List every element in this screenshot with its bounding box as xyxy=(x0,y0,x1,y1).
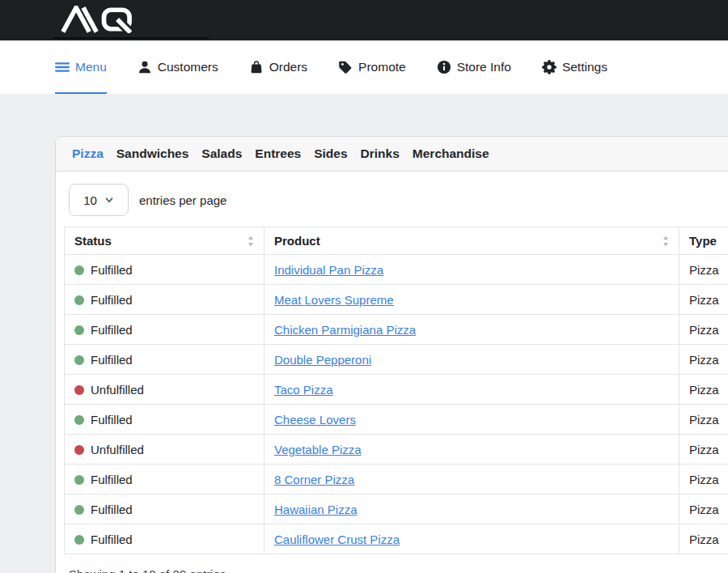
nav-item-label: Orders xyxy=(269,60,307,74)
menu-card: PizzaSandwichesSaladsEntreesSidesDrinksM… xyxy=(55,136,728,573)
nav-item-settings[interactable]: Settings xyxy=(542,40,607,94)
product-cell: Individual Pan Pizza xyxy=(265,255,679,285)
person-icon xyxy=(138,60,152,74)
column-header-type: Type xyxy=(679,227,728,255)
product-link[interactable]: Taco Pizza xyxy=(274,383,333,397)
type-cell: Pizza xyxy=(679,405,728,435)
type-cell: Pizza xyxy=(679,435,728,465)
status-dot xyxy=(74,265,84,275)
table-row: FulfilledDouble PepperoniPizza xyxy=(65,345,728,375)
product-cell: Chicken Parmigiana Pizza xyxy=(265,315,679,345)
table-row: UnfulfilledVegetable PizzaPizza xyxy=(65,435,728,465)
type-cell: Pizza xyxy=(679,465,728,494)
status-label: Fulfilled xyxy=(91,503,133,516)
status-label: Unfulfilled xyxy=(91,383,144,397)
status-label: Unfulfilled xyxy=(91,443,144,456)
category-tabs: PizzaSandwichesSaladsEntreesSidesDrinksM… xyxy=(56,137,728,172)
products-table: StatusProductType FulfilledIndividual Pa… xyxy=(64,227,728,554)
status-dot xyxy=(74,325,84,335)
status-cell: Fulfilled xyxy=(65,255,265,285)
status-dot xyxy=(74,385,84,395)
nav-item-label: Customers xyxy=(158,60,218,74)
product-cell: Cheese Lovers xyxy=(265,405,679,435)
product-link[interactable]: Vegetable Pizza xyxy=(274,443,362,456)
nav-item-label: Settings xyxy=(562,60,607,74)
product-cell: Taco Pizza xyxy=(265,375,679,405)
tab-entrees[interactable]: Entrees xyxy=(255,146,301,161)
status-cell: Fulfilled xyxy=(65,465,265,494)
column-header-product[interactable]: Product xyxy=(265,227,679,255)
table-row: FulfilledCauliflower Crust PizzaPizza xyxy=(65,524,728,554)
tab-salads[interactable]: Salads xyxy=(201,146,242,161)
nav-item-promote[interactable]: Promote xyxy=(338,40,406,94)
status-dot xyxy=(74,535,84,545)
table-row: FulfilledCheese LoversPizza xyxy=(65,405,728,435)
product-cell: Double Pepperoni xyxy=(265,345,679,375)
type-cell: Pizza xyxy=(679,255,728,285)
column-header-status[interactable]: Status xyxy=(65,227,265,255)
status-dot xyxy=(74,475,84,485)
type-cell: Pizza xyxy=(679,345,728,375)
product-link[interactable]: Chicken Parmigiana Pizza xyxy=(274,323,416,337)
nav-item-menu[interactable]: Menu xyxy=(55,40,107,94)
status-label: Fulfilled xyxy=(91,323,133,337)
tag-icon xyxy=(338,60,353,74)
product-cell: Hawaiian Pizza xyxy=(265,494,679,524)
logo-underline xyxy=(53,37,209,39)
tab-merchandise[interactable]: Merchandise xyxy=(413,146,489,161)
product-link[interactable]: Hawaiian Pizza xyxy=(274,503,358,516)
tab-sandwiches[interactable]: Sandwiches xyxy=(116,146,189,161)
product-link[interactable]: Cauliflower Crust Pizza xyxy=(274,533,400,546)
status-label: Fulfilled xyxy=(91,353,133,367)
nav-item-store-info[interactable]: Store Info xyxy=(437,40,511,94)
entries-per-page-row: 10 entries per page xyxy=(69,184,728,216)
status-label: Fulfilled xyxy=(91,533,133,546)
product-link[interactable]: Individual Pan Pizza xyxy=(274,263,383,277)
product-link[interactable]: Meat Lovers Supreme xyxy=(274,293,394,307)
hamburger-icon xyxy=(55,60,70,74)
product-cell: Vegetable Pizza xyxy=(265,435,679,465)
type-cell: Pizza xyxy=(679,315,728,345)
status-cell: Fulfilled xyxy=(65,405,265,435)
status-dot xyxy=(74,355,84,365)
card-body: 10 entries per page StatusProductType Fu… xyxy=(56,172,728,573)
status-dot xyxy=(74,505,84,515)
status-label: Fulfilled xyxy=(91,263,133,277)
page-size-select[interactable]: 10 xyxy=(69,184,129,216)
tab-pizza[interactable]: Pizza xyxy=(72,146,104,161)
product-link[interactable]: Cheese Lovers xyxy=(274,413,356,427)
type-cell: Pizza xyxy=(679,375,728,405)
entries-per-page-label: entries per page xyxy=(139,193,226,207)
main-nav: MenuCustomersOrdersPromoteStore InfoSett… xyxy=(0,40,728,94)
type-cell: Pizza xyxy=(679,285,728,315)
status-dot xyxy=(74,445,84,455)
page-size-value: 10 xyxy=(83,193,97,207)
product-cell: Meat Lovers Supreme xyxy=(265,285,679,315)
nav-item-label: Promote xyxy=(358,60,406,74)
product-link[interactable]: 8 Corner Pizza xyxy=(274,473,354,486)
status-label: Fulfilled xyxy=(91,413,133,427)
table-row: FulfilledMeat Lovers SupremePizza xyxy=(65,285,728,315)
gear-icon xyxy=(542,60,557,74)
table-header-row: StatusProductType xyxy=(65,227,728,255)
table-summary: Showing 1 to 10 of 20 entries xyxy=(69,567,728,573)
status-label: Fulfilled xyxy=(91,293,133,307)
status-label: Fulfilled xyxy=(91,473,133,486)
nav-item-label: Menu xyxy=(75,60,107,74)
status-dot xyxy=(74,295,84,305)
status-cell: Unfulfilled xyxy=(65,435,265,465)
top-app-bar xyxy=(0,0,728,40)
tab-drinks[interactable]: Drinks xyxy=(361,146,400,161)
status-cell: Fulfilled xyxy=(65,524,265,554)
table-row: UnfulfilledTaco PizzaPizza xyxy=(65,375,728,405)
table-body: FulfilledIndividual Pan PizzaPizzaFulfil… xyxy=(65,255,728,554)
status-cell: Fulfilled xyxy=(65,494,265,524)
table-row: FulfilledHawaiian PizzaPizza xyxy=(65,494,728,524)
aiq-logo xyxy=(55,6,139,33)
product-link[interactable]: Double Pepperoni xyxy=(274,353,371,367)
bag-icon xyxy=(249,60,264,74)
nav-item-orders[interactable]: Orders xyxy=(249,40,307,94)
nav-item-customers[interactable]: Customers xyxy=(138,40,218,94)
table-row: FulfilledIndividual Pan PizzaPizza xyxy=(65,255,728,285)
tab-sides[interactable]: Sides xyxy=(314,146,347,161)
